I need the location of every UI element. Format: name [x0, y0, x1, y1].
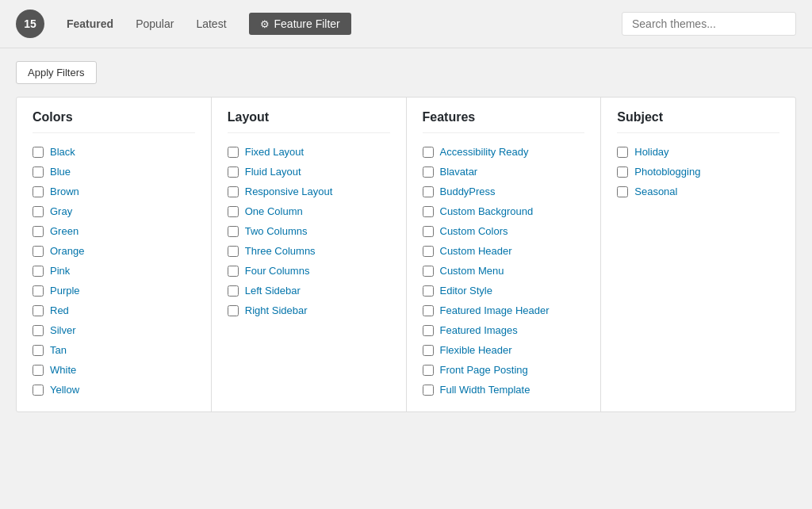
filter-label[interactable]: Brown [50, 186, 79, 197]
filter-label[interactable]: Red [50, 304, 69, 316]
checkbox-colors-4[interactable] [33, 226, 44, 237]
checkbox-colors-7[interactable] [33, 285, 44, 297]
search-input[interactable] [622, 12, 796, 36]
checkbox-features-6[interactable] [423, 266, 434, 277]
filter-label[interactable]: Fluid Layout [245, 166, 301, 178]
checkbox-layout-1[interactable] [228, 166, 239, 178]
filter-column-subject: SubjectHolidayPhotobloggingSeasonal [600, 97, 796, 412]
checkbox-layout-7[interactable] [228, 285, 239, 297]
checkbox-colors-2[interactable] [33, 186, 44, 197]
filter-label[interactable]: Custom Colors [440, 225, 508, 237]
checkbox-features-4[interactable] [423, 226, 434, 237]
list-item: White [33, 364, 195, 376]
checkbox-features-12[interactable] [423, 385, 434, 396]
checkbox-colors-9[interactable] [33, 325, 44, 336]
checkbox-features-7[interactable] [423, 285, 434, 297]
checkbox-layout-8[interactable] [228, 305, 239, 316]
list-item: Orange [33, 245, 195, 257]
filter-label[interactable]: One Column [245, 205, 303, 217]
checkbox-features-1[interactable] [423, 166, 434, 178]
checkbox-colors-3[interactable] [33, 206, 44, 217]
checkbox-colors-5[interactable] [33, 246, 44, 257]
filter-label[interactable]: Right Sidebar [245, 304, 308, 316]
checkbox-layout-3[interactable] [228, 206, 239, 217]
checkbox-colors-12[interactable] [33, 385, 44, 396]
checkbox-layout-2[interactable] [228, 186, 239, 197]
checkbox-colors-10[interactable] [33, 345, 44, 356]
apply-filters-button[interactable]: Apply Filters [16, 61, 97, 84]
tab-popular[interactable]: Popular [126, 13, 183, 35]
filter-label[interactable]: Silver [50, 324, 76, 336]
list-item: Photoblogging [617, 166, 779, 178]
checkbox-colors-11[interactable] [33, 365, 44, 376]
feature-filter-button[interactable]: ⚙ Feature Filter [249, 13, 351, 35]
tab-featured[interactable]: Featured [57, 13, 123, 35]
checkbox-features-10[interactable] [423, 345, 434, 356]
filter-label[interactable]: White [50, 364, 76, 376]
column-title-features: Features [423, 110, 585, 133]
filter-label[interactable]: Featured Image Header [440, 304, 550, 316]
filter-label[interactable]: Holiday [634, 146, 668, 158]
list-item: Featured Image Header [423, 304, 585, 316]
filter-label[interactable]: Responsive Layout [245, 186, 333, 197]
checkbox-features-3[interactable] [423, 206, 434, 217]
list-item: Left Sidebar [228, 285, 390, 297]
filter-label[interactable]: Blavatar [440, 166, 478, 178]
tab-latest[interactable]: Latest [186, 13, 236, 35]
filter-list-colors: BlackBlueBrownGrayGreenOrangePinkPurpleR… [33, 146, 195, 396]
filter-label[interactable]: Flexible Header [440, 344, 512, 356]
filter-label[interactable]: Custom Background [440, 205, 534, 217]
filter-label[interactable]: Purple [50, 285, 80, 297]
filter-label[interactable]: Custom Header [440, 245, 512, 257]
list-item: Yellow [33, 384, 195, 396]
checkbox-colors-6[interactable] [33, 266, 44, 277]
filter-label[interactable]: Accessibility Ready [440, 146, 529, 158]
checkbox-features-0[interactable] [423, 147, 434, 158]
feature-filter-label: Feature Filter [274, 17, 340, 30]
checkbox-features-2[interactable] [423, 186, 434, 197]
checkbox-layout-6[interactable] [228, 266, 239, 277]
filter-label[interactable]: Yellow [50, 384, 79, 396]
list-item: Right Sidebar [228, 304, 390, 316]
checkbox-subject-1[interactable] [617, 166, 628, 178]
list-item: Accessibility Ready [423, 146, 585, 158]
filter-label[interactable]: Tan [50, 344, 67, 356]
filter-label[interactable]: Full Width Template [440, 384, 530, 396]
checkbox-colors-8[interactable] [33, 305, 44, 316]
list-item: Silver [33, 324, 195, 336]
filter-label[interactable]: Gray [50, 205, 72, 217]
filter-label[interactable]: Orange [50, 245, 84, 257]
checkbox-features-8[interactable] [423, 305, 434, 316]
checkbox-features-11[interactable] [423, 365, 434, 376]
checkbox-colors-0[interactable] [33, 147, 44, 158]
checkbox-colors-1[interactable] [33, 166, 44, 178]
checkbox-layout-5[interactable] [228, 246, 239, 257]
filter-label[interactable]: Four Columns [245, 265, 310, 277]
list-item: Front Page Posting [423, 364, 585, 376]
filter-label[interactable]: Photoblogging [634, 166, 700, 178]
checkbox-layout-0[interactable] [228, 147, 239, 158]
filter-label[interactable]: Featured Images [440, 324, 518, 336]
filter-label[interactable]: Seasonal [634, 186, 677, 197]
filter-label[interactable]: Two Columns [245, 225, 308, 237]
filter-label[interactable]: Three Columns [245, 245, 316, 257]
list-item: Fixed Layout [228, 146, 390, 158]
filter-label[interactable]: Left Sidebar [245, 285, 301, 297]
filter-label[interactable]: Editor Style [440, 285, 492, 297]
checkbox-layout-4[interactable] [228, 226, 239, 237]
list-item: Two Columns [228, 225, 390, 237]
filter-label[interactable]: Blue [50, 166, 71, 178]
checkbox-features-5[interactable] [423, 246, 434, 257]
checkbox-features-9[interactable] [423, 325, 434, 336]
filter-label[interactable]: BuddyPress [440, 186, 496, 197]
checkbox-subject-0[interactable] [617, 147, 628, 158]
filter-label[interactable]: Front Page Posting [440, 364, 528, 376]
filter-label[interactable]: Black [50, 146, 75, 158]
list-item: Full Width Template [423, 384, 585, 396]
filter-label[interactable]: Custom Menu [440, 265, 504, 277]
checkbox-subject-2[interactable] [617, 186, 628, 197]
filter-label[interactable]: Green [50, 225, 79, 237]
filter-column-layout: LayoutFixed LayoutFluid LayoutResponsive… [211, 97, 407, 412]
filter-label[interactable]: Pink [50, 265, 70, 277]
filter-label[interactable]: Fixed Layout [245, 146, 304, 158]
